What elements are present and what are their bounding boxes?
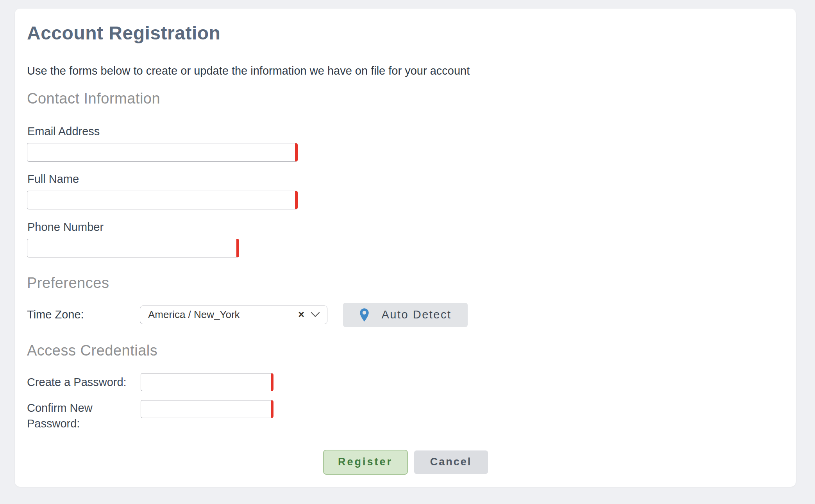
email-field-group: Email Address bbox=[27, 125, 784, 162]
full-name-input[interactable] bbox=[27, 191, 298, 209]
create-password-label: Create a Password: bbox=[27, 373, 141, 391]
page-title: Account Registration bbox=[27, 22, 784, 45]
full-name-field-group: Full Name bbox=[27, 172, 784, 209]
clear-selection-icon[interactable]: × bbox=[298, 309, 304, 320]
timezone-selected-value: America / New_York bbox=[148, 309, 298, 321]
page-subtitle: Use the forms below to create or update … bbox=[27, 64, 784, 78]
chevron-down-icon[interactable] bbox=[311, 312, 320, 318]
auto-detect-label: Auto Detect bbox=[381, 308, 451, 321]
email-input[interactable] bbox=[27, 143, 298, 162]
cancel-button[interactable]: Cancel bbox=[414, 450, 488, 474]
confirm-password-input[interactable] bbox=[141, 400, 273, 418]
registration-card: Account Registration Use the forms below… bbox=[15, 9, 796, 487]
location-pin-icon bbox=[359, 308, 370, 322]
timezone-label: Time Zone: bbox=[27, 308, 140, 321]
section-heading-preferences: Preferences bbox=[27, 274, 784, 292]
auto-detect-button[interactable]: Auto Detect bbox=[343, 303, 468, 327]
full-name-label: Full Name bbox=[27, 172, 784, 186]
phone-label: Phone Number bbox=[27, 220, 784, 234]
phone-input[interactable] bbox=[27, 239, 239, 257]
phone-field-group: Phone Number bbox=[27, 220, 784, 257]
confirm-password-label: Confirm New Password: bbox=[27, 400, 141, 431]
timezone-select[interactable]: America / New_York × bbox=[140, 306, 327, 324]
form-actions: Register Cancel bbox=[27, 450, 784, 475]
section-heading-contact-information: Contact Information bbox=[27, 89, 784, 107]
create-password-input[interactable] bbox=[141, 373, 273, 391]
email-label: Email Address bbox=[27, 125, 784, 138]
register-button[interactable]: Register bbox=[323, 450, 408, 475]
create-password-row: Create a Password: bbox=[27, 373, 784, 391]
section-heading-access-credentials: Access Credentials bbox=[27, 341, 784, 359]
confirm-password-row: Confirm New Password: bbox=[27, 400, 784, 431]
timezone-row: Time Zone: America / New_York × Auto Det… bbox=[27, 303, 784, 327]
